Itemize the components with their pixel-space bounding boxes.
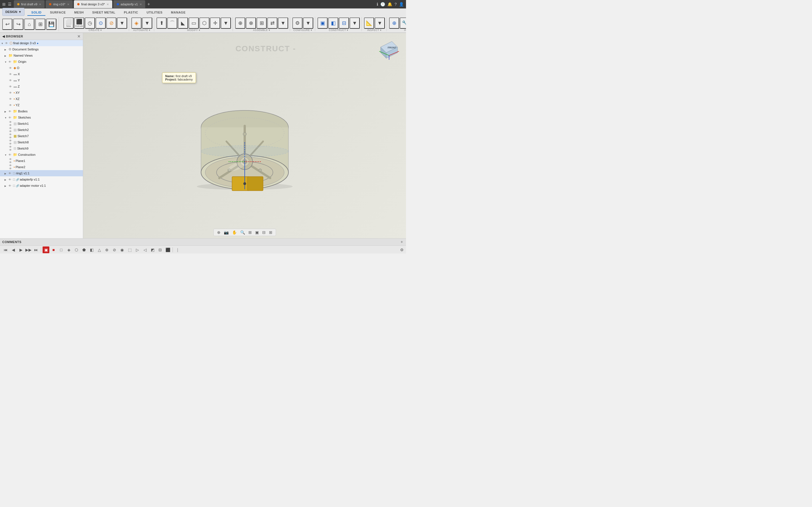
- browser-item-origin-x[interactable]: 👁 ▬ X: [0, 71, 83, 77]
- info-icon[interactable]: ℹ: [377, 2, 378, 6]
- thread-button[interactable]: ⊘: [106, 17, 116, 29]
- component-tool-button[interactable]: □: [58, 246, 64, 253]
- tool13[interactable]: ◁: [142, 246, 148, 253]
- tab-close-icon[interactable]: ✕: [107, 3, 109, 6]
- display-mode-button[interactable]: ▣: [254, 230, 260, 235]
- tool5[interactable]: ⬟: [81, 246, 87, 253]
- move-button[interactable]: ✛: [210, 17, 220, 29]
- automate-more-button[interactable]: ▼: [142, 17, 152, 29]
- inspect-more-button[interactable]: ▼: [375, 17, 385, 29]
- asbuilt-button[interactable]: ⊗: [246, 17, 256, 29]
- tool14[interactable]: ◩: [149, 246, 156, 253]
- tab-close-icon[interactable]: ✕: [67, 3, 69, 6]
- draft-button[interactable]: ⬡: [199, 17, 209, 29]
- viewcube-svg[interactable]: FRONT: [378, 39, 400, 61]
- browser-item-doc-settings[interactable]: ⚙ Document Settings: [0, 46, 83, 52]
- settings-gear-button[interactable]: ⚙: [400, 247, 404, 252]
- hole-button[interactable]: ⊙: [96, 17, 106, 29]
- parameters-button[interactable]: ⚙: [292, 17, 303, 29]
- view-options-button[interactable]: ⊟: [261, 230, 267, 235]
- viewcube[interactable]: FRONT: [378, 39, 400, 61]
- automate-btn1[interactable]: ◈: [132, 17, 142, 29]
- home-button[interactable]: ⌂: [24, 18, 35, 30]
- revolve-button[interactable]: ◷: [85, 17, 95, 29]
- timeline-marker[interactable]: |: [174, 246, 181, 253]
- insert-derive-button[interactable]: ⊕: [389, 17, 399, 29]
- tab-sheet-metal[interactable]: SHEET METAL: [88, 10, 119, 16]
- tool10[interactable]: ◉: [119, 246, 125, 253]
- nav-play-button[interactable]: ▶: [17, 246, 24, 253]
- tab-final-design[interactable]: final design 3 v3* ✕: [74, 0, 112, 8]
- tool8[interactable]: ⊕: [103, 246, 110, 253]
- tab-adapterfp[interactable]: adapterfp v1 ✕: [113, 0, 145, 8]
- nav-first-button[interactable]: ⏮: [2, 246, 9, 253]
- browser-item-plane1[interactable]: 👁👁 ▪ Plane1: [0, 158, 83, 164]
- browser-item-sketch1[interactable]: 👁👁 ▤ Sketch1: [0, 121, 83, 127]
- browser-item-sketch8[interactable]: 👁👁 ▤ Sketch8: [0, 139, 83, 145]
- browser-item-named-views[interactable]: 📁 Named Views: [0, 52, 83, 59]
- browser-item-ring1[interactable]: 👁 □ ring1 v1:1: [0, 170, 83, 176]
- insert-mcmaster-button[interactable]: 🔧: [400, 17, 406, 29]
- browser-root[interactable]: 👁 ⬡ final design 3 v3 ●: [0, 40, 83, 46]
- new-component-button[interactable]: ⬜ New: [63, 17, 73, 29]
- configure-more-button[interactable]: ▼: [303, 17, 313, 29]
- midplane-button[interactable]: ⊟: [339, 17, 349, 29]
- browser-item-origin-xy[interactable]: 👁 ▪ XY: [0, 90, 83, 96]
- tool11[interactable]: ⬚: [126, 246, 133, 253]
- tab-ring[interactable]: ring v16* ✕: [46, 0, 72, 8]
- create-more-button[interactable]: ▼: [117, 17, 127, 29]
- browser-item-sketch9[interactable]: 👁👁 ⊟ Sketch9: [0, 145, 83, 152]
- modify-more-button[interactable]: ▼: [221, 17, 231, 29]
- zoom-fit-button[interactable]: ⊞: [247, 230, 253, 235]
- nav-prev-button[interactable]: ◀: [10, 246, 17, 253]
- tab-solid[interactable]: SOLID: [28, 10, 45, 16]
- browser-item-adapterfp[interactable]: 👁 □ 🔗 adapterfp v1:1: [0, 176, 83, 182]
- comments-add-icon[interactable]: ＋: [400, 239, 404, 244]
- design-dropdown-button[interactable]: DESIGN ▼: [2, 8, 24, 16]
- tab-manage[interactable]: MANAGE: [167, 10, 190, 16]
- fillet-button[interactable]: ⌒: [167, 17, 177, 29]
- tab-close-icon[interactable]: ✕: [140, 3, 142, 6]
- tool6[interactable]: ◧: [88, 246, 95, 253]
- body-tool-button[interactable]: ■: [50, 246, 57, 253]
- tool16[interactable]: ⬛: [164, 246, 171, 253]
- nav-next-button[interactable]: ▶▶: [25, 246, 32, 253]
- tab-surface[interactable]: SURFACE: [46, 10, 70, 16]
- motion-button[interactable]: ⇄: [267, 17, 277, 29]
- browser-item-origin-o[interactable]: 👁 ◆ O: [0, 65, 83, 71]
- joint-origin-button[interactable]: ⊞: [257, 17, 267, 29]
- browser-item-sketch7[interactable]: 👁👁 ▦ Sketch7: [0, 133, 83, 139]
- viewport[interactable]: CONSTRUCT - Name: first draft v9 Project…: [83, 33, 406, 238]
- hamburger-icon[interactable]: ☰: [8, 2, 11, 6]
- save-button[interactable]: 💾: [46, 18, 56, 30]
- help-icon[interactable]: ?: [395, 2, 397, 6]
- tool15[interactable]: ⊟: [157, 246, 163, 253]
- joint-button[interactable]: ⊕: [235, 17, 245, 29]
- browser-item-origin[interactable]: 👁 📁 Origin: [0, 59, 83, 65]
- notification-icon[interactable]: 🔔: [388, 2, 392, 6]
- grid-button[interactable]: ⊞: [35, 18, 45, 30]
- redo-button[interactable]: ↪: [13, 18, 23, 30]
- browser-back-icon[interactable]: ◀: [2, 34, 5, 38]
- camera-button[interactable]: 📷: [223, 230, 230, 235]
- press-pull-button[interactable]: ⬆: [156, 17, 167, 29]
- browser-item-sketches[interactable]: 👁 📁 Sketches: [0, 114, 83, 121]
- measure-button[interactable]: 📐: [364, 17, 374, 29]
- tool7[interactable]: △: [96, 246, 103, 253]
- clock-icon[interactable]: 🕐: [380, 2, 385, 6]
- browser-content[interactable]: 👁 ⬡ final design 3 v3 ● ⚙ Document Setti…: [0, 40, 83, 238]
- layout-button[interactable]: ⊞: [268, 230, 273, 235]
- undo-button[interactable]: ↩: [2, 18, 12, 30]
- browser-item-origin-yz[interactable]: 👁 ▪ YZ: [0, 102, 83, 108]
- browser-item-origin-xz[interactable]: 👁 ▪ XZ: [0, 96, 83, 102]
- pan-button[interactable]: ✋: [231, 230, 238, 235]
- user-icon[interactable]: 👤: [399, 2, 404, 6]
- tool12[interactable]: ▷: [134, 246, 141, 253]
- offset-plane-button[interactable]: ▣: [317, 17, 327, 29]
- browser-item-bodies[interactable]: 👁 📁 Bodies: [0, 108, 83, 114]
- new-tab-button[interactable]: +: [147, 2, 150, 7]
- browser-close-icon[interactable]: ✕: [77, 34, 81, 39]
- zoom-button[interactable]: 🔍: [239, 230, 246, 235]
- browser-item-construction[interactable]: 👁 📁 Construction: [0, 152, 83, 158]
- browser-item-origin-z[interactable]: 👁 ▬ Z: [0, 83, 83, 90]
